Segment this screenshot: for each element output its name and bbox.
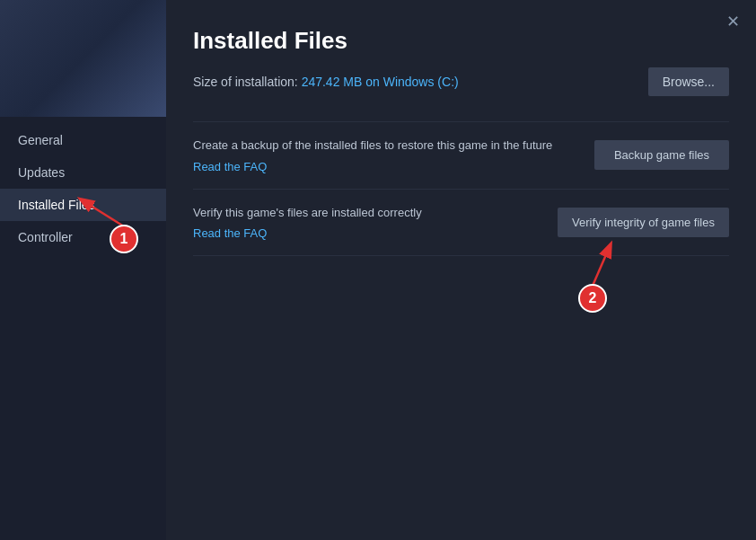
action-text-verify: Verify this game's files are installed c… <box>193 204 540 242</box>
action-description-verify: Verify this game's files are installed c… <box>193 204 540 222</box>
game-thumbnail <box>0 0 166 117</box>
install-size-label: Size of installation: <box>193 75 302 89</box>
install-size-text: Size of installation: 247.42 MB on Windo… <box>193 74 459 90</box>
action-faq-link-backup[interactable]: Read the FAQ <box>193 160 267 173</box>
sidebar-item-installed-files[interactable]: Installed Files <box>0 189 166 221</box>
sidebar-nav: GeneralUpdatesInstalled FilesController <box>0 117 166 253</box>
sidebar: GeneralUpdatesInstalled FilesController <box>0 0 166 540</box>
close-button[interactable]: ✕ <box>722 11 743 32</box>
action-button-backup[interactable]: Backup game files <box>594 140 729 170</box>
content-area: GeneralUpdatesInstalled FilesController … <box>0 0 756 540</box>
install-size-value: 247.42 MB on Windows (C:) <box>302 75 459 89</box>
sidebar-item-general[interactable]: General <box>0 124 166 156</box>
browse-button[interactable]: Browse... <box>648 67 729 96</box>
action-description-backup: Create a backup of the installed files t… <box>193 137 576 155</box>
action-row-verify: Verify this game's files are installed c… <box>193 189 729 257</box>
action-faq-link-verify[interactable]: Read the FAQ <box>193 226 267 240</box>
install-size-row: Size of installation: 247.42 MB on Windo… <box>193 67 729 96</box>
dialog: ✕ GeneralUpdatesInstalled FilesControlle… <box>0 0 756 540</box>
action-row-backup: Create a backup of the installed files t… <box>193 121 729 189</box>
action-button-verify[interactable]: Verify integrity of game files <box>558 208 729 237</box>
page-title: Installed Files <box>193 27 729 55</box>
sidebar-item-updates[interactable]: Updates <box>0 156 166 189</box>
sidebar-item-controller[interactable]: Controller <box>0 221 166 253</box>
action-rows: Create a backup of the installed files t… <box>193 121 729 256</box>
action-text-backup: Create a backup of the installed files t… <box>193 137 576 174</box>
main-panel: Installed Files Size of installation: 24… <box>166 0 756 540</box>
